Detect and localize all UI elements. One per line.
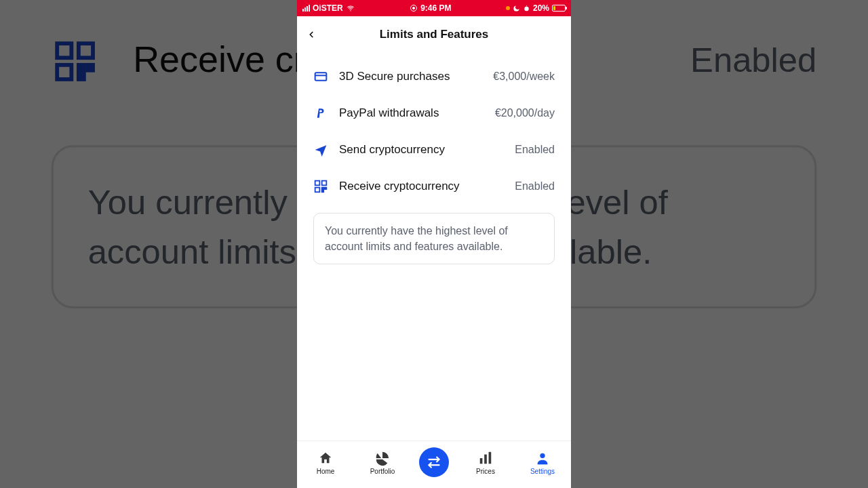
svg-rect-27: [322, 190, 324, 192]
svg-rect-30: [480, 458, 483, 464]
bar-chart-icon: [478, 451, 493, 466]
svg-rect-26: [325, 188, 327, 190]
svg-rect-20: [315, 73, 327, 81]
svg-point-19: [524, 6, 528, 10]
svg-rect-31: [484, 454, 487, 464]
row-paypal-withdrawals[interactable]: PayPal withdrawals €20,000/day: [297, 95, 571, 131]
svg-rect-5: [57, 43, 71, 58]
row-value: Enabled: [515, 144, 555, 156]
chevron-left-icon: [307, 28, 316, 41]
svg-point-18: [413, 7, 415, 9]
tab-settings[interactable]: Settings: [522, 451, 563, 475]
trade-fab-button[interactable]: [419, 447, 449, 477]
status-right: 20%: [506, 3, 566, 13]
row-3d-secure[interactable]: 3D Secure purchases €3,000/week: [297, 58, 571, 95]
back-button[interactable]: [307, 16, 316, 53]
tab-bar: Home Portfolio Prices Settings: [297, 441, 571, 488]
svg-rect-22: [315, 181, 320, 186]
user-icon: [535, 451, 550, 466]
page-title: Limits and Features: [380, 28, 489, 41]
carrier-label: OiSTER: [313, 3, 343, 13]
svg-rect-8: [79, 65, 84, 70]
mic-indicator-icon: [506, 6, 510, 10]
svg-rect-6: [79, 43, 93, 58]
row-value: €3,000/week: [493, 70, 555, 83]
tab-label: Settings: [530, 468, 555, 475]
svg-rect-7: [57, 65, 71, 79]
tab-label: Prices: [476, 468, 495, 475]
nav-header: Limits and Features: [297, 16, 571, 53]
swap-icon: [427, 455, 441, 469]
svg-rect-23: [322, 181, 327, 186]
row-label: PayPal withdrawals: [339, 106, 484, 120]
row-value: €20,000/day: [495, 107, 555, 119]
row-label: 3D Secure purchases: [339, 70, 482, 83]
svg-rect-9: [87, 65, 93, 70]
battery-icon: [552, 5, 566, 12]
info-message: You currently have the highest level of …: [313, 213, 555, 264]
qr-icon: [313, 179, 328, 194]
signal-icon: [302, 5, 310, 12]
row-label: Receive cryptocurrency: [339, 180, 504, 193]
svg-rect-24: [315, 188, 320, 192]
card-icon: [313, 69, 328, 84]
row-label: Send cryptocurrency: [339, 143, 504, 157]
clock-time: 9:46 PM: [420, 3, 451, 13]
content-area: 3D Secure purchases €3,000/week PayPal w…: [297, 53, 571, 441]
battery-pct: 20%: [533, 3, 549, 13]
alarm-icon: [523, 5, 530, 12]
moon-icon: [513, 5, 520, 12]
tab-home[interactable]: Home: [305, 451, 346, 475]
tab-label: Portfolio: [370, 468, 395, 475]
svg-rect-32: [489, 451, 492, 463]
tab-prices[interactable]: Prices: [465, 451, 506, 475]
phone-frame: OiSTER 9:46 PM 20%: [297, 0, 571, 488]
row-value: Enabled: [515, 180, 555, 192]
status-bar: OiSTER 9:46 PM 20%: [297, 0, 571, 16]
send-icon: [313, 142, 328, 157]
svg-rect-10: [79, 74, 84, 79]
svg-rect-25: [322, 188, 324, 190]
tab-label: Home: [317, 468, 335, 475]
wifi-icon: [346, 4, 355, 12]
pie-chart-icon: [375, 451, 390, 466]
paypal-icon: [313, 106, 328, 121]
status-left: OiSTER: [302, 3, 355, 13]
recording-icon: [410, 4, 418, 12]
row-receive-crypto[interactable]: Receive cryptocurrency Enabled: [297, 168, 571, 205]
svg-point-33: [540, 453, 545, 458]
row-send-crypto[interactable]: Send cryptocurrency Enabled: [297, 131, 571, 168]
home-icon: [318, 451, 333, 466]
status-center: 9:46 PM: [355, 3, 506, 13]
tab-portfolio[interactable]: Portfolio: [362, 451, 403, 475]
